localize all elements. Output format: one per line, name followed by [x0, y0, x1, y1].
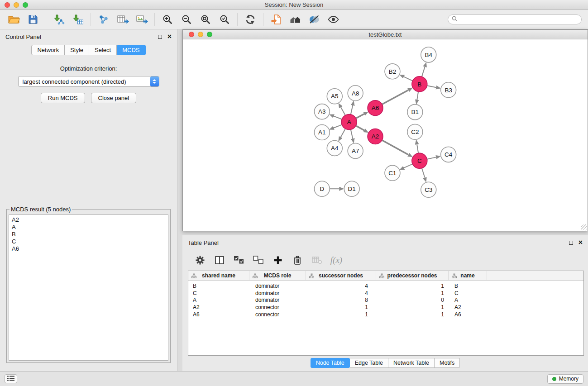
edge-B-B4[interactable] [422, 67, 425, 77]
column-header-predecessor-nodes[interactable]: predecessor nodes [376, 271, 449, 280]
add-row-icon[interactable] [270, 253, 286, 267]
task-history-button[interactable] [5, 374, 17, 383]
open-session-icon[interactable] [5, 11, 24, 28]
zoom-selected-icon[interactable] [215, 11, 234, 28]
tab-mcds[interactable]: MCDS [117, 45, 145, 55]
mcds-result-item[interactable]: C [12, 238, 165, 245]
search-input[interactable] [460, 16, 578, 23]
import-table-icon[interactable] [68, 11, 87, 28]
show-hide-icon[interactable] [324, 11, 343, 28]
edge-B-B2[interactable] [404, 77, 412, 81]
zoom-out-icon[interactable] [177, 11, 196, 28]
network-zoom-icon[interactable] [207, 32, 212, 37]
edge-A-A5[interactable] [341, 107, 345, 115]
float-table-panel-icon[interactable] [569, 241, 573, 245]
network-canvas[interactable]: B4B2BB3A5A8A6B1A3AC2A1A2A4A7C4CC1C3DD1 [183, 40, 588, 231]
node-B2[interactable]: B2 [385, 64, 400, 79]
tab-style[interactable]: Style [65, 45, 89, 55]
tab-motifs[interactable]: Motifs [435, 358, 460, 368]
network-close-icon[interactable] [189, 32, 194, 37]
network-window-titlebar[interactable]: testGlobe.txt [183, 30, 588, 39]
tab-node-table[interactable]: Node Table [311, 358, 350, 368]
node-D[interactable]: D [314, 181, 330, 196]
column-header-shared-name[interactable]: shared name [188, 271, 249, 280]
close-table-panel-icon[interactable]: × [578, 240, 583, 245]
clear-selection-icon[interactable] [309, 253, 325, 267]
zoom-fit-icon[interactable] [196, 11, 215, 28]
edge-A-A8[interactable] [351, 105, 353, 114]
edge-A-A6[interactable] [356, 114, 364, 119]
select-all-icon[interactable] [231, 253, 247, 267]
edge-A-A4[interactable] [341, 129, 345, 137]
import-network-icon[interactable] [49, 11, 68, 28]
settings-gear-icon[interactable] [192, 253, 208, 267]
export-image-icon[interactable] [132, 11, 151, 28]
node-A8[interactable]: A8 [348, 86, 363, 101]
edge-C-C4[interactable] [427, 157, 436, 159]
tab-edge-table[interactable]: Edge Table [350, 358, 388, 368]
node-A3[interactable]: A3 [314, 104, 330, 119]
resize-handle[interactable] [581, 224, 587, 230]
export-network-icon[interactable] [94, 11, 113, 28]
node-A[interactable]: A [341, 114, 357, 130]
node-A5[interactable]: A5 [327, 89, 342, 104]
deselect-all-icon[interactable] [251, 253, 266, 267]
save-session-icon[interactable] [24, 11, 43, 28]
node-A2[interactable]: A2 [368, 129, 383, 144]
export-table-icon[interactable] [113, 11, 132, 28]
edge-A-A3[interactable] [334, 116, 342, 119]
table-row[interactable]: Bdominator41B [188, 282, 583, 290]
edge-B-B1[interactable] [417, 92, 418, 100]
mcds-result-item[interactable]: A2 [12, 216, 165, 224]
zoom-in-icon[interactable] [158, 11, 177, 28]
table-row[interactable]: Cdominator41C [188, 290, 583, 297]
refresh-icon[interactable] [241, 11, 260, 28]
mcds-result-item[interactable]: A [12, 224, 165, 231]
column-header-successor-nodes[interactable]: successor nodes [306, 271, 376, 280]
zoom-window-icon[interactable] [23, 2, 28, 8]
delete-row-icon[interactable] [290, 253, 305, 267]
edge-B-B3[interactable] [427, 86, 436, 87]
tab-select[interactable]: Select [89, 45, 117, 55]
node-C3[interactable]: C3 [421, 182, 436, 197]
edge-A-A1[interactable] [334, 125, 342, 128]
float-panel-icon[interactable] [158, 35, 162, 39]
tab-network-table[interactable]: Network Table [388, 358, 435, 368]
tab-network[interactable]: Network [31, 45, 65, 55]
node-B3[interactable]: B3 [441, 82, 456, 98]
node-A4[interactable]: A4 [327, 140, 342, 156]
edge-A6-B[interactable] [382, 90, 408, 105]
column-header-MCDS-role[interactable]: MCDS role [249, 271, 306, 280]
node-A1[interactable]: A1 [314, 125, 330, 140]
node-C4[interactable]: C4 [441, 147, 456, 162]
edge-C-C1[interactable] [404, 164, 412, 167]
edge-A-A7[interactable] [351, 129, 353, 138]
node-B1[interactable]: B1 [407, 105, 423, 120]
mcds-result-item[interactable]: A6 [12, 245, 165, 253]
minimize-window-icon[interactable] [14, 2, 19, 8]
table-row[interactable]: A6connector11A6 [188, 311, 583, 318]
node-C1[interactable]: C1 [385, 165, 400, 181]
column-header-name[interactable]: name [449, 271, 487, 280]
function-builder-icon[interactable]: f(x) [329, 253, 344, 267]
mcds-result-list[interactable]: A2ABCA6 [9, 214, 168, 361]
mcds-result-item[interactable]: B [12, 231, 165, 238]
edge-C-C3[interactable] [422, 168, 425, 178]
network-graph[interactable]: B4B2BB3A5A8A6B1A3AC2A1A2A4A7C4CC1C3DD1 [183, 40, 588, 231]
open-document-icon[interactable] [267, 11, 286, 28]
node-C2[interactable]: C2 [407, 124, 423, 140]
network-traffic-lights[interactable] [189, 32, 212, 37]
toggle-views-icon[interactable] [305, 11, 324, 28]
node-B[interactable]: B [412, 76, 427, 92]
memory-button[interactable]: Memory [547, 374, 583, 384]
edge-A2-C[interactable] [382, 140, 408, 155]
search-field[interactable] [448, 14, 582, 24]
close-window-icon[interactable] [5, 2, 10, 8]
traffic-lights[interactable] [5, 2, 28, 8]
run-mcds-button[interactable]: Run MCDS [41, 93, 85, 103]
node-C[interactable]: C [412, 153, 427, 168]
close-panel-icon[interactable]: × [167, 34, 172, 39]
edge-A-A2[interactable] [356, 126, 364, 130]
home-icon[interactable] [286, 11, 305, 28]
table-row[interactable]: A2connector11A2 [188, 304, 583, 311]
